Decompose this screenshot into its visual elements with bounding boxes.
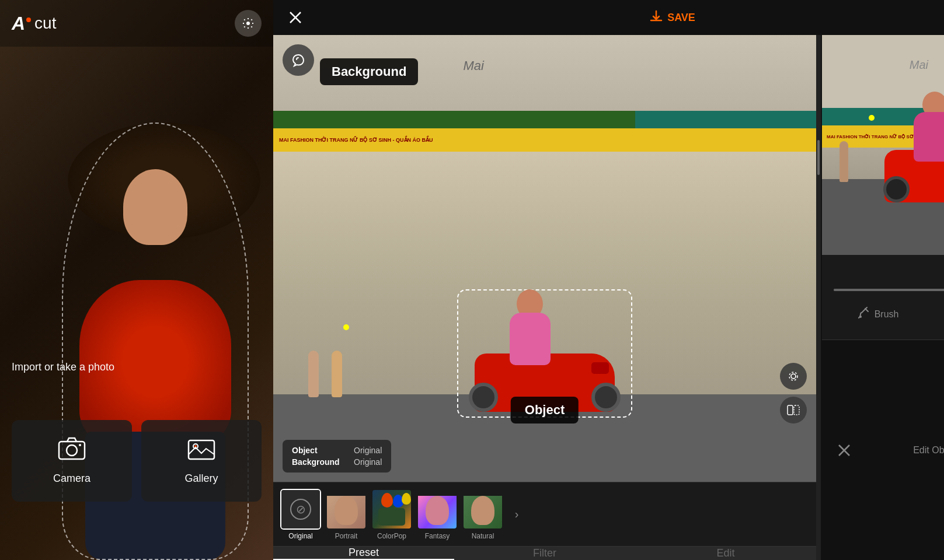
- mannequin-center: [332, 351, 342, 397]
- object-status-row: Object Original: [292, 446, 382, 455]
- svg-point-0: [246, 22, 250, 25]
- cancel-icon: [837, 443, 851, 457]
- brush-label: Brush: [875, 309, 899, 320]
- save-label: SAVE: [667, 12, 695, 24]
- gallery-button[interactable]: Gallery: [141, 420, 262, 502]
- save-button[interactable]: SAVE: [650, 10, 695, 26]
- scooter-wheel-back: [469, 383, 498, 412]
- image-edit-area[interactable]: Mai MAI FASHION THỜI TRANG NỮ BỘ SƠ SINH…: [273, 35, 816, 482]
- right-controls: [780, 363, 807, 424]
- filter-label-fantasy: Fantasy: [425, 532, 450, 540]
- brightness-button[interactable]: [780, 363, 807, 390]
- object-status-val: Original: [354, 446, 382, 455]
- filter-item-colorpop[interactable]: ColorPop: [371, 489, 412, 540]
- filter-thumb-natural: [462, 489, 503, 530]
- background-status-key: Background: [292, 457, 344, 467]
- filter-item-natural[interactable]: Natural: [462, 489, 503, 540]
- close-button[interactable]: [285, 7, 306, 28]
- person-body: [510, 313, 551, 365]
- background-status-val: Original: [354, 457, 382, 467]
- preview-area: Mai MAI FASHION THỜI TRANG NỮ BỘ SƠ SINH…: [822, 35, 944, 255]
- nav-preset-label: Preset: [349, 547, 379, 559]
- brush-eraser-row: Brush Eraser: [834, 299, 944, 330]
- natural-face: [471, 496, 494, 525]
- main-content: SAVE Mai MAI FASHION THỜI TRANG NỮ: [273, 0, 944, 560]
- slider-container[interactable]: [834, 281, 944, 299]
- svg-rect-13: [794, 405, 799, 415]
- nav-filter[interactable]: Filter: [454, 547, 635, 560]
- left-panel: A cut Import or take a photo Camera: [0, 0, 273, 560]
- svg-point-3: [79, 444, 81, 446]
- cancel-button[interactable]: [834, 440, 855, 461]
- gallery-icon: [187, 437, 215, 466]
- filter-colorpop-inner: [372, 490, 411, 528]
- action-buttons: Camera Gallery: [12, 420, 262, 502]
- filter-thumb-fantasy: [417, 489, 458, 530]
- object-tooltip-label: Object: [525, 402, 565, 417]
- filter-natural-inner: [464, 496, 502, 530]
- camera-label: Camera: [53, 473, 90, 485]
- scroll-divider[interactable]: [816, 35, 821, 560]
- scroll-thumb: [817, 140, 820, 175]
- scooter-wheel-front: [591, 383, 621, 412]
- filter-label-natural: Natural: [472, 532, 494, 540]
- nav-edit-label: Edit: [716, 547, 734, 559]
- filter-item-original[interactable]: ⊘ Original: [280, 489, 321, 540]
- filter-label-colorpop: ColorPop: [377, 532, 406, 540]
- preview-mannequin: [840, 141, 848, 182]
- mannequin-left: [308, 351, 319, 397]
- fantasy-face: [426, 496, 449, 525]
- camera-button[interactable]: Camera: [12, 420, 132, 502]
- filter-label-portrait: Portrait: [335, 532, 358, 540]
- right-panel: Mai MAI FASHION THỜI TRANG NỮ BỘ SƠ SINH…: [821, 35, 944, 560]
- slider-value: 5: [834, 264, 944, 276]
- editor-panel: Mai MAI FASHION THỜI TRANG NỮ BỘ SƠ SINH…: [273, 35, 816, 560]
- logo-dot: [26, 18, 31, 22]
- nav-filter-label: Filter: [533, 547, 556, 559]
- brush-tool[interactable]: Brush: [857, 307, 899, 323]
- banner-text: MAI FASHION THỜI TRANG NỮ BỘ SƠ SINH - Q…: [279, 137, 433, 143]
- preview-scooter-group: [879, 97, 944, 202]
- edit-object-area-label: Edit Object Area: [913, 445, 944, 456]
- brightness-icon: [787, 370, 800, 383]
- left-header: A cut: [0, 0, 273, 47]
- preview-shop-sign: Mai: [910, 58, 928, 72]
- download-icon: [650, 10, 663, 23]
- background-status-row: Background Original: [292, 457, 382, 467]
- svg-point-14: [859, 316, 862, 318]
- filter-original-inner: ⊘: [281, 490, 320, 528]
- compare-icon: [787, 404, 800, 416]
- nav-preset[interactable]: Preset: [273, 547, 454, 560]
- canvas-area: Mai MAI FASHION THỜI TRANG NỮ BỘ SƠ SINH…: [273, 35, 944, 560]
- no-filter-icon: ⊘: [290, 499, 311, 520]
- yellow-indicator: [343, 324, 349, 330]
- slider-track: [834, 289, 944, 291]
- more-filters-indicator[interactable]: ›: [508, 494, 525, 535]
- lasso-icon: [291, 52, 306, 68]
- magic-tool-button[interactable]: [283, 44, 314, 76]
- nav-edit[interactable]: Edit: [635, 547, 816, 560]
- filter-item-fantasy[interactable]: Fantasy: [417, 489, 458, 540]
- svg-rect-12: [788, 405, 793, 415]
- top-bar: SAVE: [273, 0, 944, 35]
- close-icon: [289, 11, 302, 24]
- save-icon: [650, 10, 663, 26]
- preview-person: [914, 92, 944, 162]
- import-text: Import or take a photo: [12, 361, 114, 373]
- brush-icon-svg: [857, 307, 870, 320]
- logo-cut-text: cut: [34, 14, 56, 33]
- settings-button[interactable]: [235, 10, 262, 37]
- svg-point-2: [67, 445, 77, 456]
- object-tooltip: Object: [511, 397, 579, 424]
- preset-bar: ⊘ Original Portrait: [273, 482, 816, 546]
- filter-portrait-inner: [327, 496, 365, 530]
- scooter-group: [463, 295, 626, 412]
- filter-thumb-colorpop: [371, 489, 412, 530]
- colorpop-visual: [372, 490, 411, 528]
- camera-icon: [58, 437, 86, 466]
- gallery-label: Gallery: [184, 473, 218, 485]
- compare-button[interactable]: [780, 397, 807, 424]
- status-panel: Object Original Background Original: [283, 440, 391, 473]
- filter-item-portrait[interactable]: Portrait: [326, 489, 367, 540]
- bottom-nav-left: Preset Filter Edit: [273, 546, 816, 560]
